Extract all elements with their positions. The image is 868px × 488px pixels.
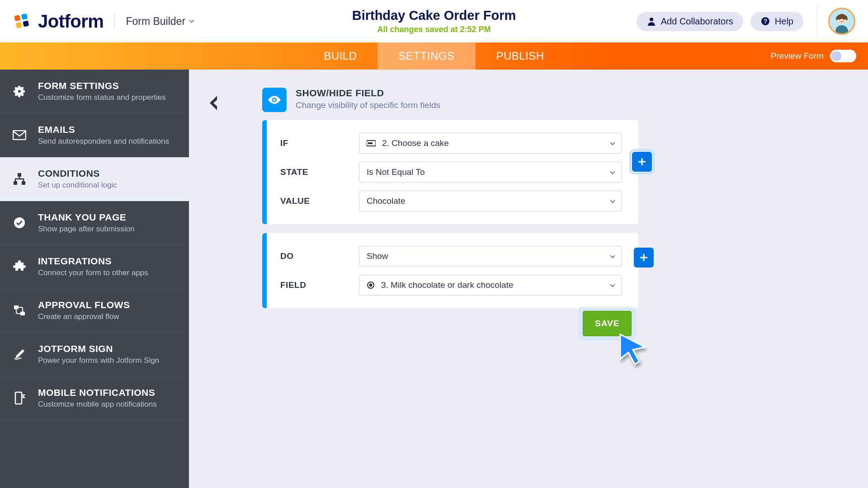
- add-do-rule-col: [634, 248, 654, 267]
- row-label: STATE: [280, 167, 359, 177]
- svg-rect-3: [23, 20, 29, 27]
- save-status: All changes saved at 2:52 PM: [352, 25, 516, 34]
- svg-rect-13: [14, 181, 17, 185]
- topbar-right: Add Collaborators ? Help: [637, 5, 855, 37]
- svg-rect-2: [16, 22, 22, 28]
- tab-publish[interactable]: PUBLISH: [476, 42, 565, 70]
- svg-rect-1: [21, 14, 28, 20]
- form-builder-dropdown[interactable]: Form Builder: [126, 15, 193, 28]
- sign-icon: [12, 347, 27, 362]
- check-circle-icon: [12, 215, 27, 230]
- sidebar-item-emails[interactable]: EMAILSSend autoresponders and notificati…: [0, 113, 189, 157]
- panel-subtitle: Change visibility of specific form field…: [296, 100, 440, 110]
- if-condition-card: IF 2. Choose a cake STATE Is Not Equal T…: [262, 120, 638, 224]
- form-builder-label: Form Builder: [126, 15, 185, 28]
- panel-title: SHOW/HIDE FIELD: [296, 88, 440, 99]
- row-label: FIELD: [280, 280, 359, 290]
- help-button[interactable]: ? Help: [750, 12, 803, 31]
- sidebar-title: FORM SETTINGS: [38, 80, 166, 91]
- logo[interactable]: Jotform: [13, 11, 104, 32]
- back-button[interactable]: [207, 94, 221, 114]
- sidebar-title: APPROVAL FLOWS: [38, 300, 130, 310]
- sidebar-item-thank-you[interactable]: THANK YOU PAGEShow page after submission: [0, 201, 189, 245]
- sidebar-item-jotform-sign[interactable]: JOTFORM SIGNPower your forms with Jotfor…: [0, 333, 189, 376]
- sidebar-item-form-settings[interactable]: FORM SETTINGSCustomize form status and p…: [0, 70, 189, 113]
- puzzle-icon: [12, 259, 27, 274]
- tab-build[interactable]: BUILD: [303, 42, 377, 70]
- sidebar-item-approval-flows[interactable]: APPROVAL FLOWSCreate an approval flow: [0, 289, 189, 333]
- avatar[interactable]: [828, 8, 855, 35]
- sidebar-title: JOTFORM SIGN: [38, 343, 159, 354]
- add-collaborators-label: Add Collaborators: [661, 16, 733, 27]
- action-row-do: DO Show: [280, 246, 622, 267]
- add-if-rule-col: [632, 152, 652, 172]
- panel-header: SHOW/HIDE FIELD Change visibility of spe…: [262, 88, 854, 112]
- add-collaborators-button[interactable]: Add Collaborators: [637, 12, 743, 31]
- svg-rect-14: [22, 181, 25, 185]
- do-select[interactable]: Show: [359, 246, 622, 267]
- chevron-down-icon: [610, 282, 615, 287]
- sidebar-item-conditions[interactable]: CONDITIONSSet up conditional logic: [0, 157, 189, 201]
- condition-row-if: IF 2. Choose a cake: [280, 133, 622, 154]
- select-value: 2. Choose a cake: [382, 138, 449, 148]
- select-value: 3. Milk chocolate or dark chocolate: [381, 280, 514, 290]
- flow-icon: [12, 303, 27, 318]
- divider: [817, 5, 817, 37]
- svg-point-19: [274, 99, 276, 101]
- svg-rect-0: [14, 15, 20, 21]
- if-field-select[interactable]: 2. Choose a cake: [359, 133, 622, 154]
- mobile-icon: [12, 390, 27, 406]
- select-value: Chocolate: [367, 196, 406, 206]
- dropdown-field-icon: [367, 140, 376, 147]
- preview-form-toggle[interactable]: [830, 50, 856, 62]
- sidebar-sub: Show page after submission: [38, 225, 135, 234]
- chevron-down-icon: [610, 253, 615, 258]
- row-label: VALUE: [280, 196, 359, 206]
- chevron-down-icon: [610, 169, 615, 174]
- svg-point-23: [369, 284, 373, 287]
- sidebar-item-integrations[interactable]: INTEGRATIONSConnect your form to other a…: [0, 245, 189, 289]
- preview-form-label: Preview Form: [771, 51, 824, 61]
- sidebar-title: INTEGRATIONS: [38, 256, 148, 267]
- sidebar-title: THANK YOU PAGE: [38, 212, 135, 223]
- add-if-rule-button[interactable]: [632, 152, 652, 172]
- select-value: Show: [367, 251, 388, 261]
- topbar: Jotform Form Builder Birthday Cake Order…: [0, 0, 868, 42]
- sidebar-title: EMAILS: [38, 124, 169, 135]
- state-select[interactable]: Is Not Equal To: [359, 162, 622, 183]
- mail-icon: [12, 127, 27, 143]
- sidebar-item-mobile-notifications[interactable]: MOBILE NOTIFICATIONSCustomize mobile app…: [0, 376, 189, 420]
- settings-sidebar: FORM SETTINGSCustomize form status and p…: [0, 70, 189, 488]
- field-select[interactable]: 3. Milk chocolate or dark chocolate: [359, 275, 622, 296]
- help-icon: ?: [760, 16, 770, 26]
- sidebar-sub: Customize form status and properties: [38, 93, 166, 102]
- add-do-rule-button[interactable]: [634, 248, 654, 267]
- tab-settings[interactable]: SETTINGS: [377, 42, 475, 70]
- body: FORM SETTINGSCustomize form status and p…: [0, 70, 868, 488]
- select-value: Is Not Equal To: [367, 167, 425, 177]
- condition-row-state: STATE Is Not Equal To: [280, 162, 622, 183]
- action-row-field: FIELD 3. Milk chocolate or dark chocolat…: [280, 275, 622, 296]
- sidebar-sub: Customize mobile app notifications: [38, 400, 157, 409]
- svg-rect-12: [18, 173, 21, 177]
- sidebar-title: CONDITIONS: [38, 168, 117, 179]
- chevron-down-icon: [610, 140, 615, 145]
- form-title-block: Birthday Cake Order Form All changes sav…: [352, 8, 516, 34]
- svg-text:?: ?: [764, 18, 768, 25]
- svg-point-9: [839, 18, 841, 20]
- sidebar-sub: Connect your form to other apps: [38, 268, 148, 277]
- value-select[interactable]: Chocolate: [359, 191, 622, 211]
- chevron-down-icon: [610, 198, 615, 203]
- row-label: IF: [280, 138, 359, 148]
- radio-field-icon: [367, 281, 375, 289]
- person-icon: [646, 16, 656, 26]
- tabs: BUILD SETTINGS PUBLISH: [303, 42, 565, 70]
- row-label: DO: [280, 251, 359, 261]
- help-label: Help: [775, 16, 793, 27]
- main-panel: SHOW/HIDE FIELD Change visibility of spe…: [189, 70, 868, 488]
- preview-form-toggle-wrap: Preview Form: [771, 50, 856, 62]
- eye-icon: [262, 88, 287, 112]
- form-title[interactable]: Birthday Cake Order Form: [352, 8, 516, 23]
- condition-row-value: VALUE Chocolate: [280, 191, 622, 211]
- cursor-pointer-icon: [617, 332, 648, 371]
